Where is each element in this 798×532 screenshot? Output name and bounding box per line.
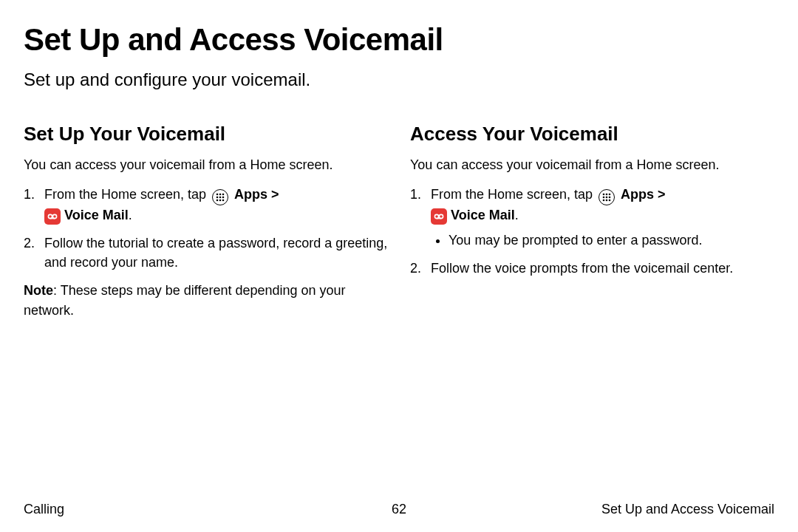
apps-icon	[598, 189, 615, 205]
svg-point-12	[603, 194, 605, 196]
list-item: From the Home screen, tap Apps > Voice M…	[24, 185, 388, 225]
step-text: From the Home screen, tap	[431, 187, 596, 202]
right-column: Access Your Voicemail You can access you…	[410, 123, 774, 320]
breadcrumb-sep: >	[654, 187, 666, 202]
page-number: 62	[392, 502, 406, 517]
svg-point-16	[606, 197, 608, 199]
list-item: You may be prompted to enter a password.	[449, 231, 774, 250]
svg-point-15	[603, 197, 605, 199]
voicemail-icon	[431, 208, 447, 225]
footer-left: Calling	[24, 502, 64, 517]
svg-point-3	[216, 197, 219, 199]
svg-point-1	[219, 194, 222, 196]
svg-point-13	[606, 194, 608, 196]
footer-right: Set Up and Access Voicemail	[601, 502, 774, 517]
access-intro: You can access your voicemail from a Hom…	[410, 156, 774, 174]
page-subtitle: Set up and configure your voicemail.	[24, 69, 774, 90]
content-columns: Set Up Your Voicemail You can access you…	[24, 123, 774, 320]
apps-label: Apps	[621, 187, 654, 202]
sub-text: You may be prompted to enter a password.	[449, 233, 703, 248]
breadcrumb-sep: >	[267, 187, 279, 202]
setup-note: Note: These steps may be different depen…	[24, 281, 388, 319]
svg-point-14	[609, 194, 611, 196]
voicemail-label: Voice Mail	[451, 208, 515, 222]
voicemail-icon	[44, 208, 61, 225]
setup-heading: Set Up Your Voicemail	[24, 123, 388, 146]
svg-point-18	[603, 200, 605, 202]
svg-point-6	[216, 200, 219, 202]
page-footer: Calling 62 Set Up and Access Voicemail	[24, 502, 774, 517]
svg-point-20	[609, 200, 611, 202]
svg-point-0	[216, 194, 219, 196]
svg-point-2	[222, 194, 225, 196]
svg-point-4	[219, 197, 222, 199]
list-item: Follow the tutorial to create a password…	[24, 233, 388, 272]
step-text: Follow the voice prompts from the voicem…	[431, 261, 733, 276]
setup-steps: From the Home screen, tap Apps > Voice M…	[24, 185, 388, 272]
left-column: Set Up Your Voicemail You can access you…	[24, 123, 388, 320]
step-text: .	[515, 208, 519, 222]
setup-intro: You can access your voicemail from a Hom…	[24, 156, 388, 174]
note-body: : These steps may be different depending…	[24, 283, 346, 317]
svg-point-19	[606, 200, 608, 202]
apps-label: Apps	[234, 187, 267, 202]
step-text: .	[129, 208, 132, 222]
access-heading: Access Your Voicemail	[410, 123, 774, 146]
step-text: From the Home screen, tap	[44, 187, 210, 202]
list-item: Follow the voice prompts from the voicem…	[410, 259, 774, 278]
sub-list: You may be prompted to enter a password.	[449, 231, 774, 250]
access-steps: From the Home screen, tap Apps > Voice M…	[410, 185, 774, 278]
step-text: Follow the tutorial to create a password…	[44, 236, 387, 270]
svg-point-8	[222, 200, 225, 202]
svg-point-7	[219, 200, 222, 202]
svg-point-5	[222, 197, 225, 199]
voicemail-label: Voice Mail	[64, 208, 129, 222]
note-label: Note	[24, 283, 53, 298]
page-title: Set Up and Access Voicemail	[24, 22, 774, 58]
apps-icon	[212, 189, 228, 205]
list-item: From the Home screen, tap Apps > Voice M…	[410, 185, 774, 250]
svg-point-17	[609, 197, 611, 199]
